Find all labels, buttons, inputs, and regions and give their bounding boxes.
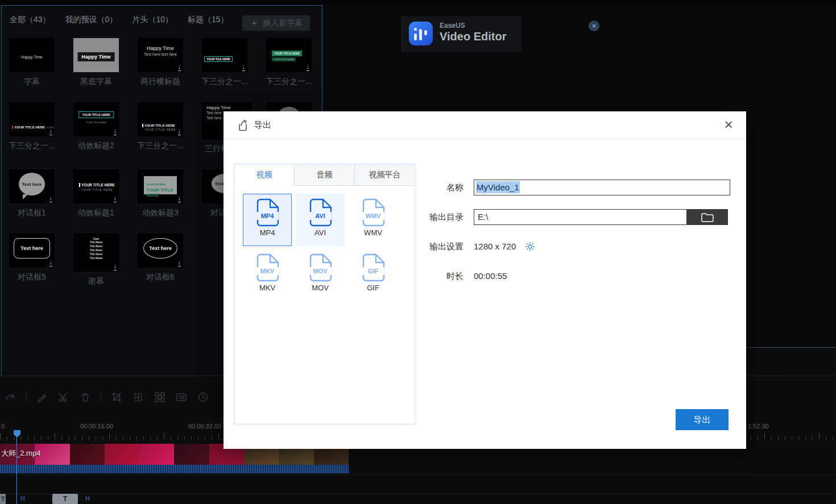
- watermark-close-icon[interactable]: ×: [589, 20, 599, 31]
- template-card[interactable]: YOUR TILE HERE ↓ 下三分之一...: [202, 38, 247, 87]
- template-label: 对话框5: [3, 272, 60, 282]
- ruler-time-label: 00:00:32.00: [188, 423, 221, 430]
- file-icon-mp4: MP4: [255, 198, 279, 227]
- browse-folder-button[interactable]: [686, 209, 728, 225]
- template-card[interactable]: YOUR TITLE HERE YOUR TITLE HERE ↓ 下三分之一.…: [138, 102, 183, 154]
- audio-waveform[interactable]: [0, 465, 349, 473]
- clip-filename: 大师_2.mp4: [1, 448, 40, 459]
- template-card[interactable]: YOUR TITLE HERE YOUR TITLE HERE ↓ 动效标题2: [73, 102, 119, 154]
- template-card[interactable]: Text here ↓ 对话框1: [9, 169, 55, 218]
- template-card[interactable]: YOUR TITLE HERE YOUR TITLE HERE ↓ 下三分之一.…: [266, 38, 312, 87]
- template-card[interactable]: YOURTITLEHERE YOUR TITLE HERE ↓ 动效标题3: [138, 169, 183, 218]
- toolbar-divider: [26, 392, 27, 402]
- format-mp4[interactable]: MP4 MP4: [243, 194, 292, 246]
- split-scissors-icon[interactable]: [57, 391, 70, 403]
- export-icon: [235, 118, 250, 133]
- pip-icon[interactable]: [175, 391, 188, 403]
- ruler-time-label: 0: [1, 423, 5, 430]
- template-card[interactable]: Text here ↓ 对话框6: [138, 234, 183, 286]
- output-dir-input[interactable]: E:\: [474, 209, 689, 225]
- text-clip-label: H: [85, 495, 90, 502]
- name-input[interactable]: MyVideo_1: [474, 180, 730, 195]
- crop-icon[interactable]: [110, 391, 123, 403]
- format-grid: MP4 MP4 AVI AVI WMV: [243, 194, 398, 301]
- tab-all[interactable]: 全部（43）: [10, 15, 51, 29]
- template-label: 动效标题2: [68, 141, 125, 151]
- toolbar-divider: [101, 392, 101, 402]
- template-card[interactable]: Cast Title Name Title Name Title Name Ti…: [73, 234, 119, 286]
- text-clip[interactable]: T: [52, 494, 78, 504]
- download-icon: ↓: [49, 259, 53, 266]
- template-label: 字幕: [3, 77, 60, 87]
- easeus-logo-icon: [409, 22, 433, 45]
- edit-icon[interactable]: [36, 391, 48, 403]
- template-label: 下三分之一...: [3, 141, 60, 151]
- template-label: 下三分之一...: [260, 77, 317, 87]
- template-label: 两行横标题: [132, 77, 189, 87]
- delete-trash-icon[interactable]: [79, 391, 92, 403]
- svg-text:MOV: MOV: [313, 268, 328, 274]
- easeus-watermark: EaseUS Video Editor ×: [401, 16, 522, 52]
- download-icon: ↓: [114, 195, 117, 202]
- template-label: 黑底字幕: [68, 77, 125, 87]
- timeline-toolbar: [5, 391, 209, 403]
- track-divider: [0, 494, 836, 494]
- tab-video[interactable]: 视频: [234, 164, 295, 186]
- window-top-strip: [0, 0, 836, 5]
- format-mov[interactable]: MOV MOV: [296, 249, 345, 301]
- svg-text:MP4: MP4: [261, 213, 275, 219]
- resolution-value: 1280 x 720: [474, 239, 516, 255]
- download-icon: ↓: [178, 64, 181, 71]
- dialog-title: 导出: [254, 120, 271, 131]
- template-card[interactable]: YOUR TITLE HERE YOUR TITLE HERE ↓ 下三分之一.…: [9, 102, 55, 154]
- redo-icon[interactable]: [5, 391, 17, 403]
- template-card[interactable]: Happy Time Text here text here ↓ 两行横标题: [138, 38, 183, 87]
- template-label: 对话框1: [3, 208, 60, 218]
- zoom-selection-icon[interactable]: [132, 391, 144, 403]
- download-icon: ↓: [114, 263, 117, 270]
- track-divider: [0, 474, 836, 475]
- template-label: 谢幕: [68, 276, 125, 286]
- brand-name: EaseUS: [440, 22, 465, 30]
- tab-titles[interactable]: 标题（15）: [188, 15, 229, 29]
- template-label: 对话框6: [132, 272, 189, 282]
- product-name: Video Editor: [440, 30, 506, 43]
- insert-new-subtitle-button[interactable]: ＋ 插入新字幕: [242, 15, 310, 31]
- plus-icon: ＋: [250, 19, 259, 28]
- format-gif[interactable]: GIF GIF: [349, 249, 398, 301]
- duration-clock-icon[interactable]: [197, 391, 209, 403]
- format-avi[interactable]: AVI AVI: [296, 194, 345, 246]
- format-wmv[interactable]: WMV WMV: [349, 194, 398, 246]
- export-dialog: 导出 × 视频 音频 视频平台 MP4 MP4: [224, 111, 746, 449]
- template-label: 动效标题1: [68, 208, 125, 218]
- tab-intros[interactable]: 片头（10）: [132, 15, 173, 29]
- format-mkv[interactable]: MKV MKV: [243, 249, 292, 301]
- template-card[interactable]: YOUR TITLE HERE YOUR TITLE HERE ↓ 动效标题1: [73, 169, 119, 218]
- tab-video-platform[interactable]: 视频平台: [355, 164, 415, 185]
- download-icon: ↓: [178, 259, 181, 266]
- tab-audio[interactable]: 音频: [295, 164, 355, 185]
- folder-icon: [701, 211, 714, 223]
- close-icon[interactable]: ×: [720, 115, 737, 134]
- text-clip[interactable]: T: [0, 494, 6, 504]
- settings-gear-icon[interactable]: [524, 241, 536, 255]
- tab-my-presets[interactable]: 我的预设（0）: [65, 15, 118, 29]
- download-icon: ↓: [307, 64, 310, 71]
- ruler-time-label: 00:00:16.00: [80, 423, 113, 430]
- duration-label: 时长: [417, 268, 463, 284]
- svg-text:MKV: MKV: [260, 268, 275, 274]
- template-card[interactable]: Text here ↓ 对话框5: [9, 234, 55, 286]
- file-icon-wmv: WMV: [361, 198, 385, 227]
- export-button[interactable]: 导出: [676, 409, 729, 430]
- download-icon: ↓: [178, 195, 181, 202]
- output-dir-label: 输出目录: [417, 209, 463, 225]
- text-clip-label: H: [20, 495, 25, 502]
- svg-text:GIF: GIF: [368, 268, 379, 274]
- insert-new-subtitle-label: 插入新字幕: [263, 18, 303, 28]
- template-card[interactable]: Happy Time 字幕: [9, 38, 55, 87]
- format-selector: 视频 音频 视频平台 MP4 MP4 AVI: [234, 164, 415, 424]
- template-card[interactable]: Happy Time 黑底字幕: [73, 38, 119, 87]
- download-icon: ↓: [242, 64, 246, 71]
- mosaic-icon[interactable]: [154, 391, 166, 403]
- template-label: 下三分之一...: [132, 141, 189, 151]
